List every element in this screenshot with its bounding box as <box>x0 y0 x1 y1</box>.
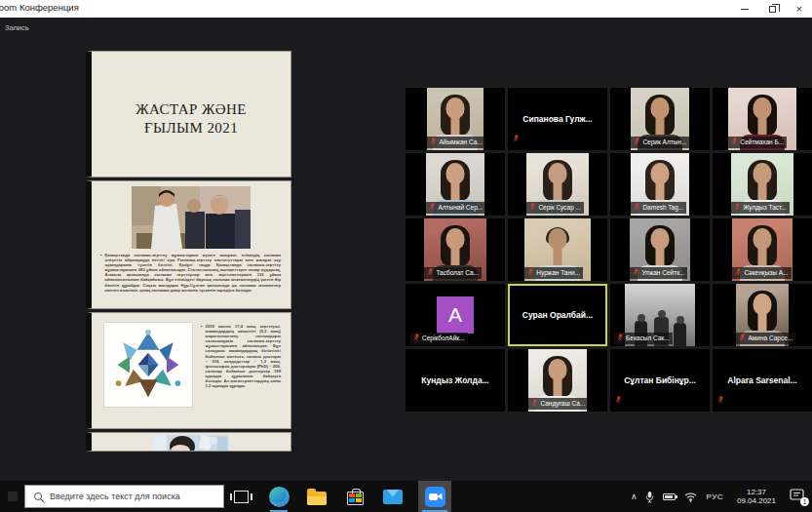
slide-title-page: ЖАСТАР ЖӘНЕ ҒЫЛЫМ 2021 <box>86 51 291 177</box>
clock-date: 09.04.2021 <box>732 496 781 506</box>
taskbar-search[interactable] <box>24 485 224 508</box>
participant-tile[interactable]: Alpara Sarsenal... <box>713 349 812 412</box>
mail-button[interactable] <box>380 481 406 512</box>
slide3-text: 2018 жылы 17,4 мың зерттеуші-мамандардың… <box>206 324 281 408</box>
muted-mic-icon <box>634 137 640 148</box>
zoom-app-window: Zoom Конференция × Запись ЖАСТАР ЖӘНЕ ҒЫ… <box>0 0 812 512</box>
muted-mic-icon <box>739 333 746 344</box>
person-silhouette <box>548 228 566 250</box>
participant-name-label: Бекасыл Сәк... <box>614 333 673 344</box>
muted-mic-icon <box>633 267 639 279</box>
muted-mic-icon <box>717 390 724 408</box>
participant-tile[interactable]: Кундыз Жолда... <box>406 349 505 412</box>
participant-tile[interactable]: Улжан Сейтк... <box>610 218 710 281</box>
participant-tile-active-speaker[interactable]: Суран Оралбай... <box>508 284 607 346</box>
participant-name: Damesh Tag... <box>642 203 683 213</box>
wifi-icon[interactable] <box>684 492 697 502</box>
file-explorer-button[interactable] <box>304 481 329 512</box>
person-silhouette <box>548 359 566 380</box>
microphone-tray-icon[interactable] <box>645 491 654 503</box>
restore-button[interactable] <box>769 6 776 13</box>
zoom-taskbar-button[interactable] <box>418 481 451 512</box>
tray-expand-icon[interactable]: ∧ <box>631 492 638 501</box>
participant-name: Alpara Sarsenal... <box>713 349 812 412</box>
language-indicator[interactable]: РУС <box>706 492 723 501</box>
officials-photo <box>132 186 251 249</box>
muted-mic-icon <box>513 129 520 146</box>
participant-name: Амина Сарсе... <box>748 334 793 343</box>
participant-tile[interactable]: Сипанова Гулж... <box>508 88 607 150</box>
participant-tile[interactable]: Сандуғаш Са... <box>508 349 607 412</box>
participant-tile[interactable]: Бекасыл Сәк... <box>610 284 710 346</box>
participant-name-label: Серік Сусар ... <box>526 202 584 214</box>
participant-tile[interactable]: Жулдыз Таст... <box>713 153 812 216</box>
participant-name: Сұлтан Бибінұр... <box>610 349 710 412</box>
muted-mic-icon <box>531 398 538 410</box>
windows-taskbar: ∧ РУС 12:37 09.04.2021 <box>0 481 812 512</box>
slide-page-3: ▪ 2018 жылы 17,4 мың зерттеуші-мамандард… <box>86 312 291 429</box>
meeting-client-area: Запись ЖАСТАР ЖӘНЕ ҒЫЛЫМ 2021 <box>0 18 812 481</box>
participant-name: СерікболАйк... <box>422 334 465 343</box>
participant-name: Серик Алтын... <box>642 138 686 147</box>
edge-icon <box>269 487 290 507</box>
participant-tile[interactable]: Серик Алтын... <box>610 88 710 150</box>
recording-indicator: Запись <box>5 23 29 32</box>
participant-name: Серік Сусар ... <box>538 203 581 213</box>
participant-name: Кундыз Жолда... <box>406 349 505 412</box>
participant-name-label: Сейтмахан Б... <box>728 137 787 148</box>
participant-name: Сәкенқызы А... <box>744 268 788 278</box>
person-silhouette <box>548 163 566 184</box>
person-silhouette <box>445 163 464 184</box>
participant-name-label: Айымжан Са... <box>427 137 484 148</box>
participant-tile[interactable]: Нуржан Тани... <box>508 218 607 281</box>
mail-icon <box>383 490 403 504</box>
muted-mic-icon <box>615 390 622 408</box>
participant-tile[interactable]: Амина Сарсе... <box>713 284 812 346</box>
battery-icon[interactable] <box>663 493 676 500</box>
participant-name-label: Амина Сарсе... <box>736 333 795 344</box>
participant-name: Жулдыз Таст... <box>743 203 786 213</box>
participant-tile[interactable]: Сейтмахан Б... <box>713 88 812 150</box>
participant-tile[interactable]: Алтынай Сер... <box>406 153 505 216</box>
minimize-button[interactable] <box>741 9 749 10</box>
edge-taskbar-button[interactable] <box>266 481 291 512</box>
participant-tile[interactable]: Damesh Tag... <box>610 153 710 216</box>
participant-name-label: Серик Алтын... <box>631 137 689 148</box>
shared-screen: ЖАСТАР ЖӘНЕ ҒЫЛЫМ 2021 <box>86 51 291 454</box>
participant-tile[interactable]: Сұлтан Бибінұр... <box>610 349 710 412</box>
participant-name: Сандуғаш Са... <box>540 399 585 409</box>
person-silhouette <box>753 98 771 119</box>
notification-badge: 1 <box>800 497 809 506</box>
person-silhouette <box>753 163 771 184</box>
search-icon <box>34 492 42 500</box>
participant-name-label: Улжан Сейтк... <box>630 267 687 279</box>
search-input[interactable] <box>50 492 214 501</box>
microscope-photo <box>153 435 229 452</box>
participant-grid: Айымжан Са...Сипанова Гулж...Серик Алтын… <box>406 88 812 412</box>
atom-collage-graphic <box>103 322 193 408</box>
person-silhouette <box>650 228 669 250</box>
participant-name-label: Сәкенқызы А... <box>732 267 791 279</box>
participant-tile[interactable]: Серік Сусар ... <box>508 153 607 216</box>
participant-name-label: Алтынай Сер... <box>426 202 485 214</box>
muted-mic-icon <box>529 202 536 214</box>
muted-mic-icon <box>734 202 741 214</box>
participant-tile[interactable]: Тасболат Са... <box>406 218 505 281</box>
muted-mic-icon <box>430 137 437 148</box>
participant-tile[interactable]: Сәкенқызы А... <box>713 218 812 281</box>
zoom-camera-icon <box>425 487 445 507</box>
close-button[interactable]: × <box>796 0 802 18</box>
store-button[interactable] <box>342 481 367 512</box>
participant-name: Сейтмахан Б... <box>740 138 784 147</box>
start-button[interactable] <box>0 481 23 512</box>
taskbar-clock[interactable]: 12:37 09.04.2021 <box>732 488 781 506</box>
participant-tile[interactable]: AСерікболАйк... <box>406 284 505 346</box>
person-silhouette <box>445 228 464 250</box>
action-center-button[interactable]: 1 <box>790 489 807 504</box>
participant-tile[interactable]: Айымжан Са... <box>406 88 505 150</box>
window-title: Zoom Конференция <box>0 2 79 13</box>
store-icon <box>347 492 364 505</box>
slide-page-4 <box>86 432 291 452</box>
slide-title: ЖАСТАР ЖӘНЕ ҒЫЛЫМ 2021 <box>92 100 290 138</box>
task-view-button[interactable] <box>228 481 253 512</box>
